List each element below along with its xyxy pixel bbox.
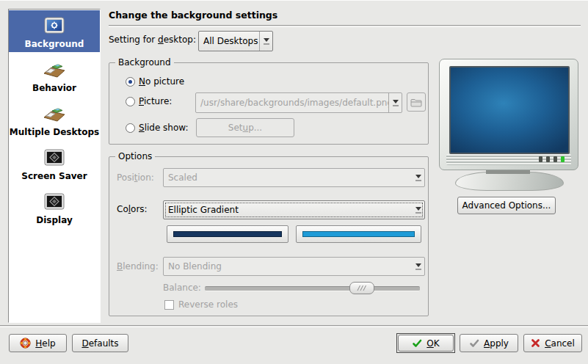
help-button[interactable]: Help xyxy=(9,334,67,352)
folder-icon xyxy=(410,98,422,107)
sidebar-item-behavior[interactable]: Behavior xyxy=(9,54,100,96)
sidebar-item-background[interactable]: Background xyxy=(9,10,100,52)
chevron-down-icon xyxy=(412,201,424,219)
screen-saver-icon xyxy=(43,146,66,170)
color1-button[interactable] xyxy=(167,225,288,243)
advanced-options-button[interactable]: Advanced Options... xyxy=(457,197,556,214)
balance-slider-handle[interactable] xyxy=(349,282,374,294)
reverse-roles-checkbox[interactable] xyxy=(164,300,174,310)
sidebar-item-multiple-desktops[interactable]: Multiple Desktops xyxy=(9,98,100,140)
slider-grip-icon xyxy=(357,285,367,291)
monitor-leds xyxy=(539,156,565,162)
blending-combo: No Blending xyxy=(163,257,425,276)
setup-button: Setup... xyxy=(196,118,294,137)
picture-path-combo: /usr/share/backgrounds/images/default.pn… xyxy=(195,92,402,113)
advanced-options-label: Advanced Options... xyxy=(462,200,551,211)
blending-label: Blending: xyxy=(117,261,159,272)
slide-show-radio[interactable] xyxy=(126,123,135,133)
defaults-button[interactable]: Defaults xyxy=(72,334,128,352)
picture-radio[interactable] xyxy=(126,97,135,106)
background-icon xyxy=(43,14,66,37)
color1-swatch xyxy=(173,231,282,237)
title-separator xyxy=(109,25,581,26)
color2-button[interactable] xyxy=(296,225,421,243)
blending-combo-value: No Blending xyxy=(164,261,412,272)
desktop-setting-label: Setting for desktop: xyxy=(109,34,196,45)
monitor-base xyxy=(455,172,564,191)
chevron-down-icon xyxy=(388,93,402,112)
sidebar-item-screen-saver[interactable]: Screen Saver xyxy=(9,142,100,184)
sidebar-item-label: Behavior xyxy=(32,83,76,93)
cancel-button[interactable]: Cancel xyxy=(523,334,582,352)
position-combo: Scaled xyxy=(163,168,425,187)
chevron-down-icon xyxy=(412,258,424,275)
chevron-down-icon xyxy=(259,32,272,51)
sidebar-item-label: Display xyxy=(36,215,72,225)
monitor-screen-preview xyxy=(449,66,570,154)
picture-path-value: /usr/share/backgrounds/images/default.pn… xyxy=(196,98,388,108)
sidebar-item-label: Background xyxy=(25,39,84,49)
background-group-legend: Background xyxy=(115,57,174,68)
cancel-icon xyxy=(531,338,540,348)
help-icon xyxy=(20,338,31,349)
picture-label: Picture: xyxy=(139,96,172,106)
background-settings-dialog: Background Behavior Multiple Desktops xyxy=(0,0,588,364)
help-button-label: Help xyxy=(35,338,55,349)
sidebar-item-display[interactable]: Display xyxy=(9,186,100,228)
sidebar-item-label: Screen Saver xyxy=(21,171,87,181)
colors-combo-value: Elliptic Gradient xyxy=(164,205,412,215)
balance-label: Balance: xyxy=(163,283,201,293)
balance-slider-groove[interactable] xyxy=(205,286,420,291)
colors-label: Colors: xyxy=(117,204,148,214)
setup-button-label: Setup... xyxy=(228,123,262,133)
ok-button-label: OK xyxy=(427,338,439,349)
chevron-down-icon xyxy=(412,169,424,186)
slide-show-label: Slide show: xyxy=(139,123,189,133)
position-combo-value: Scaled xyxy=(164,172,412,183)
multiple-desktops-icon xyxy=(43,102,66,125)
display-icon xyxy=(43,190,66,214)
apply-button[interactable]: Apply xyxy=(460,334,518,352)
apply-button-label: Apply xyxy=(484,338,509,349)
background-group: Background No picture Picture: /usr/shar… xyxy=(109,62,429,145)
options-group: Options Position: Scaled Colors: Ellipti… xyxy=(109,156,429,316)
desktop-combo[interactable]: All Desktops xyxy=(198,31,273,51)
page-title: Change the background settings xyxy=(109,10,277,21)
position-label: Position: xyxy=(117,172,154,183)
behavior-icon xyxy=(43,58,66,81)
defaults-button-label: Defaults xyxy=(81,338,118,349)
background-preview-monitor xyxy=(439,59,578,189)
cancel-button-label: Cancel xyxy=(545,338,575,349)
module-list: Background Behavior Multiple Desktops xyxy=(8,9,101,323)
no-picture-label: No picture xyxy=(139,76,184,87)
ok-icon xyxy=(412,338,422,349)
footer-separator xyxy=(0,325,588,327)
color2-swatch xyxy=(302,231,415,237)
no-picture-radio[interactable] xyxy=(126,77,135,87)
options-group-legend: Options xyxy=(115,151,155,161)
sidebar-item-label: Multiple Desktops xyxy=(10,127,99,137)
browse-picture-button xyxy=(407,92,426,112)
ok-button[interactable]: OK xyxy=(398,335,454,352)
monitor-body xyxy=(439,59,578,170)
ok-button-default-frame: OK xyxy=(396,333,455,353)
balance-slider xyxy=(205,282,420,294)
colors-combo[interactable]: Elliptic Gradient xyxy=(163,200,425,219)
desktop-combo-value: All Desktops xyxy=(199,36,259,46)
apply-icon xyxy=(469,338,479,349)
reverse-roles-label: Reverse roles xyxy=(178,299,238,310)
